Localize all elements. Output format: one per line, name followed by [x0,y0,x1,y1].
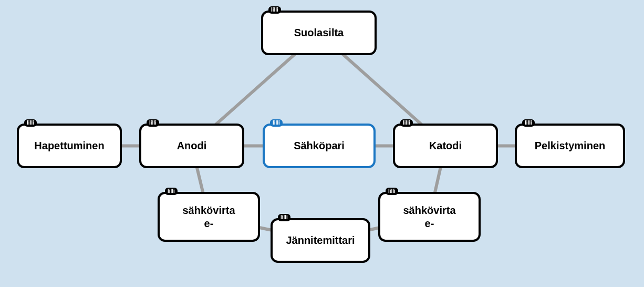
node-label: Sähköpari [294,139,345,152]
node-katodi[interactable]: lilli Katodi [393,124,498,168]
node-tag: lilli [400,119,413,127]
node-anodi[interactable]: lilli Anodi [139,124,244,168]
node-tag: lilli [270,119,283,127]
node-label: Jännitemittari [286,234,355,247]
node-jannitemittari[interactable]: lilli Jännitemittari [271,218,370,263]
node-label: sähkövirta e- [403,204,455,230]
node-hapettuminen[interactable]: lilli Hapettuminen [17,124,122,168]
node-label: Katodi [429,139,462,152]
node-sahkovirta-left[interactable]: lilli sähkövirta e- [158,192,260,242]
node-tag: lilli [268,6,281,14]
node-tag: lilli [147,119,159,127]
node-tag: lilli [278,214,290,221]
node-tag: lilli [165,188,178,195]
node-sahkopari[interactable]: lilli Sähköpari [263,124,376,168]
diagram-canvas: lilli Suolasilta lilli Hapettuminen lill… [0,0,644,287]
node-label: Suolasilta [294,26,344,39]
node-pelkistyminen[interactable]: lilli Pelkistyminen [515,124,625,168]
node-label: Anodi [177,139,207,152]
node-label: Pelkistyminen [535,139,606,152]
node-tag: lilli [24,119,37,127]
node-label: Hapettuminen [34,139,104,152]
node-suolasilta[interactable]: lilli Suolasilta [261,11,377,55]
node-tag: lilli [386,188,398,195]
node-label: sähkövirta e- [182,204,235,230]
node-tag: lilli [522,119,535,127]
node-sahkovirta-right[interactable]: lilli sähkövirta e- [378,192,481,242]
